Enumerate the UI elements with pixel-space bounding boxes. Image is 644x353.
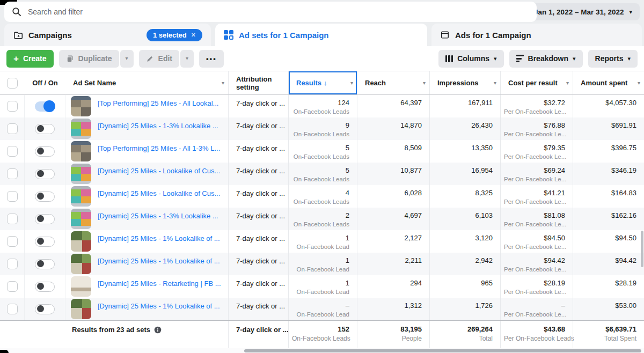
results-cell: –On-Facebook Lead	[288, 298, 357, 320]
ad-set-name-link[interactable]: [Top Performing] 25 Miles - All 1-3% L..…	[98, 144, 220, 152]
ad-set-thumbnail	[71, 141, 91, 161]
tab-ad-sets[interactable]: Ad sets for 1 Campaign	[215, 24, 427, 46]
ad-set-name-link[interactable]: [Dynamic] 25 Miles - 1% Lookalike of ...	[98, 257, 220, 265]
reports-button[interactable]: Reports ▾	[588, 50, 638, 68]
status-toggle[interactable]	[35, 304, 55, 314]
ad-set-name-link[interactable]: [Top Performing] 25 Miles - All Lookal..…	[98, 99, 218, 107]
ad-set-name-link[interactable]: [Dynamic] 25 Miles - Lookalike of Cus...	[98, 189, 220, 197]
reach-cell: 6,028	[357, 185, 429, 208]
ad-set-thumbnail	[71, 254, 91, 274]
attribution-cell: 7-day click or ...	[228, 163, 288, 185]
row-checkbox[interactable]	[7, 146, 18, 157]
header-impressions[interactable]: Impressions ▾	[429, 71, 500, 94]
row-checkbox[interactable]	[7, 123, 18, 134]
results-cell: 124On-Facebook Leads	[288, 95, 357, 117]
row-toggle-cell	[25, 275, 65, 298]
date-range-picker[interactable]: Jan 1, 2022 – Mar 31, 2022 ▾	[526, 3, 640, 20]
search-input[interactable]	[28, 8, 457, 16]
duplicate-button-label: Duplicate	[78, 54, 112, 63]
status-toggle[interactable]	[35, 124, 55, 134]
row-checkbox[interactable]	[7, 214, 18, 224]
row-checkbox-cell	[0, 230, 25, 253]
chevron-down-icon[interactable]: ▾	[638, 80, 640, 86]
status-toggle[interactable]	[35, 192, 55, 202]
status-toggle[interactable]	[35, 169, 55, 179]
horizontal-scrollbar-thumb[interactable]	[244, 349, 641, 353]
status-toggle[interactable]	[35, 146, 55, 157]
chevron-down-icon[interactable]: ▾	[350, 80, 353, 86]
table-header-row: Off / On Ad Set Name ▾ Attribution setti…	[0, 71, 644, 95]
search-bar[interactable]	[4, 2, 537, 22]
ads-frame-icon	[440, 30, 450, 40]
status-toggle[interactable]	[35, 259, 55, 269]
ad-set-name-link[interactable]: [Dynamic] 25 Miles - Retarketing | FB ..…	[98, 280, 221, 288]
footer-spent-label: Total Spent	[576, 335, 636, 342]
status-toggle[interactable]	[35, 237, 55, 247]
toggle-knob	[37, 193, 44, 200]
columns-button[interactable]: Columns ▾	[438, 50, 504, 68]
header-amount-spent[interactable]: Amount spent ▾	[573, 71, 644, 94]
info-icon[interactable]	[154, 326, 162, 334]
edit-dropdown-button[interactable]: ▾	[180, 50, 194, 68]
tab-ads[interactable]: Ads for 1 Campaign	[431, 24, 642, 46]
row-checkbox[interactable]	[7, 168, 18, 179]
footer-reach-value: 83,195	[361, 325, 422, 333]
status-toggle[interactable]	[35, 282, 55, 292]
select-all-checkbox[interactable]	[7, 78, 18, 89]
impressions-cell: 26,430	[429, 117, 500, 140]
ad-set-name-link[interactable]: [Dynamic] 25 Miles - 1% Lookalike of ...	[98, 302, 220, 310]
header-cost-per-result[interactable]: Cost per result ▾	[500, 71, 573, 94]
chevron-down-icon[interactable]: ▾	[423, 80, 426, 86]
top-bar: Jan 1, 2022 – Mar 31, 2022 ▾	[0, 0, 644, 24]
create-button-label: Create	[23, 54, 47, 63]
chevron-down-icon[interactable]: ▾	[494, 80, 496, 86]
selected-count-badge[interactable]: 1 selected ✕	[147, 29, 202, 41]
row-checkbox[interactable]	[7, 259, 18, 269]
footer-attribution: 7-day click or ...	[228, 321, 288, 348]
status-toggle[interactable]	[35, 101, 55, 112]
header-attribution-setting[interactable]: Attribution setting	[228, 71, 288, 94]
close-icon[interactable]: ✕	[191, 32, 196, 39]
search-icon	[12, 7, 21, 17]
more-actions-button[interactable]: •••	[199, 50, 224, 68]
row-checkbox-cell	[0, 253, 25, 275]
breakdown-button[interactable]: Breakdown ▾	[509, 50, 583, 68]
duplicate-dropdown-button[interactable]: ▾	[120, 50, 134, 68]
chevron-down-icon[interactable]: ▾	[222, 80, 224, 86]
attribution-cell: 7-day click or ...	[228, 275, 288, 298]
tab-campaigns[interactable]: Campaigns 1 selected ✕	[4, 24, 211, 46]
edit-button[interactable]: Edit	[139, 50, 179, 68]
attribution-cell: 7-day click or ...	[228, 208, 288, 230]
impressions-cell: 1,726	[429, 298, 500, 320]
ad-set-name-cell: [Dynamic] 25 Miles - 1-3% Lookalike ...	[65, 117, 228, 140]
ad-set-name-link[interactable]: [Dynamic] 25 Miles - 1% Lookalike of ...	[98, 234, 220, 242]
create-button[interactable]: + Create	[6, 50, 54, 68]
row-checkbox[interactable]	[7, 191, 18, 202]
ad-set-name-link[interactable]: [Dynamic] 25 Miles - Lookalike of Cus...	[98, 167, 220, 175]
chevron-down-icon[interactable]: ▾	[566, 80, 569, 86]
impressions-cell: 16,954	[429, 163, 500, 185]
duplicate-button[interactable]: Duplicate	[59, 50, 119, 68]
ad-set-name-cell: [Top Performing] 25 Miles - All Lookal..…	[65, 95, 228, 117]
row-checkbox[interactable]	[7, 101, 18, 112]
results-cell: 4On-Facebook Leads	[288, 185, 357, 208]
cost-per-result-cell: $76.88Per On-Facebook Le...	[500, 117, 573, 140]
header-amount-spent-label: Amount spent	[581, 79, 627, 87]
table-row: [Top Performing] 25 Miles - All 1-3% L..…	[0, 140, 644, 163]
vertical-scrollbar[interactable]	[641, 231, 643, 267]
ad-set-name-link[interactable]: [Dynamic] 25 Miles - 1-3% Lookalike ...	[98, 122, 218, 130]
reach-cell: 2,127	[357, 230, 429, 253]
row-checkbox[interactable]	[7, 304, 18, 314]
row-checkbox[interactable]	[7, 236, 18, 247]
header-results[interactable]: Results ↓ ▾	[288, 71, 357, 94]
table-row: [Dynamic] 25 Miles - Lookalike of Cus...…	[0, 163, 644, 185]
status-toggle[interactable]	[35, 214, 55, 224]
row-checkbox[interactable]	[7, 281, 18, 292]
ad-set-name-link[interactable]: [Dynamic] 25 Miles - 1-3% Lookalike ...	[98, 212, 218, 220]
header-ad-set-name[interactable]: Ad Set Name ▾	[65, 71, 228, 94]
ad-set-thumbnail	[71, 209, 91, 229]
header-reach[interactable]: Reach ▾	[357, 71, 429, 94]
columns-button-label: Columns	[457, 54, 489, 63]
row-toggle-cell	[25, 185, 65, 208]
footer-impressions-value: 269,264	[433, 325, 493, 333]
